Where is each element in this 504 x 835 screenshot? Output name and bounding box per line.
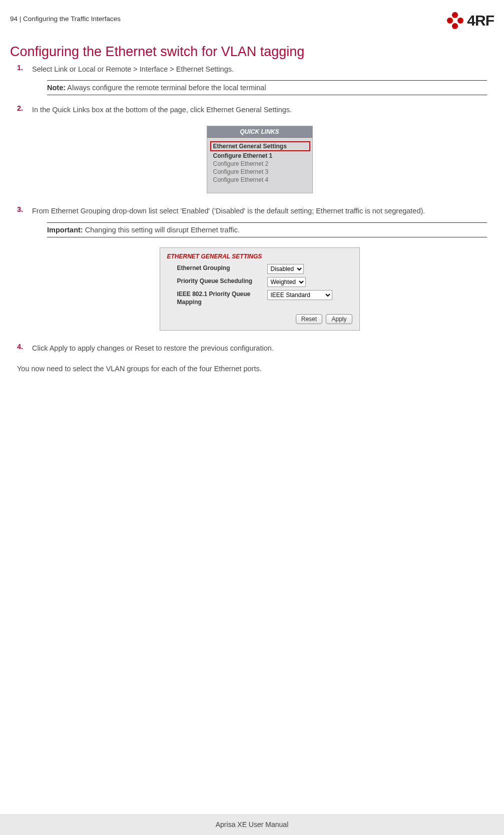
brand-logo: 4RF (447, 12, 494, 29)
row-ethernet-grouping: Ethernet Grouping Disabled (167, 264, 352, 274)
row-priority-queue-scheduling: Priority Queue Scheduling Weighted (167, 277, 352, 287)
step-text: In the Quick Links box at the bottom of … (32, 104, 487, 116)
step-text: From Ethernet Grouping drop-down list se… (32, 205, 487, 217)
row-priority-queue-mapping: IEEE 802.1 Priority Queue Mapping IEEE S… (167, 290, 352, 306)
quick-links-box: QUICK LINKS Ethernet General Settings Co… (207, 126, 313, 193)
document-page: 94 | Configuring the Traffic Interfaces … (0, 0, 504, 835)
pqm-label: IEEE 802.1 Priority Queue Mapping (167, 290, 267, 306)
step-1: 1. Select Link or Local or Remote > Inte… (17, 64, 487, 95)
logo-text: 4RF (467, 12, 494, 29)
step-text: Click Apply to apply changes or Reset to… (32, 343, 487, 354)
section-title-small: Configuring the Traffic Interfaces (23, 15, 121, 23)
step-2: 2. In the Quick Links box at the bottom … (17, 104, 487, 193)
ethernet-grouping-label: Ethernet Grouping (167, 264, 267, 272)
quick-links-header: QUICK LINKS (207, 126, 312, 138)
pqm-select[interactable]: IEEE Standard (267, 290, 332, 300)
step-4: 4. Click Apply to apply changes or Reset… (17, 343, 487, 354)
step-text: Select Link or Local or Remote > Interfa… (32, 64, 487, 75)
step-number: 1. (17, 64, 23, 72)
step-number: 2. (17, 104, 23, 112)
closing-paragraph: You now need to select the VLAN groups f… (17, 363, 487, 375)
quick-links-body: Ethernet General Settings Configure Ethe… (207, 138, 312, 193)
note-block: Note: Always configure the remote termin… (47, 80, 487, 95)
important-block: Important: Changing this setting will di… (47, 222, 487, 237)
quick-links-figure: QUICK LINKS Ethernet General Settings Co… (32, 126, 487, 193)
config-heading: Configuring the Ethernet switch for VLAN… (10, 44, 494, 60)
quick-link-configure-eth4[interactable]: Configure Ethernet 4 (213, 176, 307, 184)
pqs-label: Priority Queue Scheduling (167, 277, 267, 285)
ethernet-grouping-select[interactable]: Disabled (267, 264, 304, 274)
apply-button[interactable]: Apply (326, 314, 352, 324)
quick-link-ethernet-general[interactable]: Ethernet General Settings (210, 141, 310, 151)
header-breadcrumb: 94 | Configuring the Traffic Interfaces (10, 15, 121, 23)
important-text: Changing this setting will disrupt Ether… (83, 226, 240, 234)
note-label: Note: (47, 84, 66, 92)
steps-list: 1. Select Link or Local or Remote > Inte… (17, 64, 487, 354)
quick-link-configure-eth1[interactable]: Configure Ethernet 1 (213, 152, 307, 160)
note-text: Always configure the remote terminal bef… (66, 84, 266, 92)
ethernet-general-figure: ETHERNET GENERAL SETTINGS Ethernet Group… (32, 247, 487, 331)
step-number: 4. (17, 343, 23, 351)
quick-link-configure-eth3[interactable]: Configure Ethernet 3 (213, 168, 307, 176)
important-label: Important: (47, 226, 83, 234)
logo-icon (447, 12, 464, 29)
reset-button[interactable]: Reset (296, 314, 322, 324)
page-header: 94 | Configuring the Traffic Interfaces … (10, 15, 494, 29)
step-number: 3. (17, 205, 23, 213)
page-footer: Aprisa XE User Manual (0, 814, 504, 835)
quick-link-configure-eth2[interactable]: Configure Ethernet 2 (213, 160, 307, 168)
step-3: 3. From Ethernet Grouping drop-down list… (17, 205, 487, 331)
page-number: 94 (10, 15, 18, 23)
egen-button-row: Reset Apply (167, 314, 352, 324)
pqs-select[interactable]: Weighted (267, 277, 306, 287)
ethernet-general-settings-panel: ETHERNET GENERAL SETTINGS Ethernet Group… (160, 247, 360, 331)
egen-panel-title: ETHERNET GENERAL SETTINGS (167, 253, 352, 260)
